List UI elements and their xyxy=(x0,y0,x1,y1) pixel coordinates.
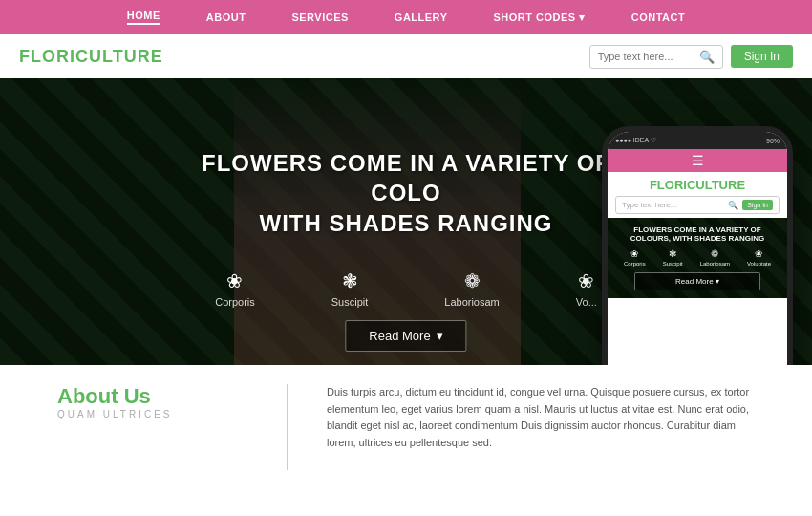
hero-icon-voluptate: ❀ Vo... xyxy=(576,269,597,308)
icon-label-4: Vo... xyxy=(576,296,597,308)
phone-icon-3: ❁ Laboriosam xyxy=(700,248,730,267)
phone-nav: ☰ xyxy=(608,149,787,172)
phone-mockup: ●●●● IDEA ♡ 96% ☰ FLORICULTURE Type text… xyxy=(602,126,793,365)
header-right: 🔍 Sign In xyxy=(589,45,793,69)
search-box: 🔍 xyxy=(589,45,723,69)
phone-icon-4: ❀ Voluptate xyxy=(747,248,771,267)
main-nav: HOME ABOUT SERVICES GALLERY SHORT CODES … xyxy=(0,0,812,34)
phone-icon-1: ❀ Corporis xyxy=(624,248,646,267)
nav-services[interactable]: SERVICES xyxy=(291,11,348,23)
icon-label-2: Suscipit xyxy=(331,296,369,308)
about-text: Duis turpis arcu, dictum eu tincidunt id… xyxy=(327,384,755,470)
nav-shortcodes[interactable]: SHORT CODES ▾ xyxy=(494,11,586,24)
hero-icon-corporis: ❀ Corporis xyxy=(215,269,255,308)
nav-contact[interactable]: CONTACT xyxy=(631,11,685,23)
phone-icons-row: ❀ Corporis ❃ Suscipit ❁ Laboriosam ❀ Vol… xyxy=(615,248,780,267)
phone-search-bar: Type text here... 🔍 Sign In xyxy=(615,196,780,214)
phone-status-left: ●●●● IDEA ♡ xyxy=(615,137,656,144)
phone-icon-2: ❃ Suscipit xyxy=(663,248,683,267)
nav-gallery[interactable]: GALLERY xyxy=(395,11,448,23)
about-divider xyxy=(287,384,288,470)
flower-icon-4: ❀ xyxy=(578,269,594,292)
phone-logo: FLORICULTURE xyxy=(608,172,787,196)
site-logo: FLORICULTURE xyxy=(19,47,163,67)
hero-icon-suscipit: ❃ Suscipit xyxy=(331,269,369,308)
about-section: About Us QUAM ULTRICES Duis turpis arcu,… xyxy=(0,365,812,489)
icon-label-3: Laboriosam xyxy=(444,296,499,308)
about-subtitle: QUAM ULTRICES xyxy=(57,409,248,419)
phone-hero-text: FLOWERS COME IN A VARIETY OF COLOURS, WI… xyxy=(615,226,780,243)
phone-search-icon[interactable]: 🔍 xyxy=(728,201,738,210)
nav-about[interactable]: ABOUT xyxy=(206,11,246,23)
phone-status-bar: ●●●● IDEA ♡ 96% xyxy=(608,132,787,149)
chevron-down-icon: ▾ xyxy=(437,329,443,343)
phone-search-placeholder: Type text here... xyxy=(622,201,724,209)
about-title: About Us xyxy=(57,384,248,409)
phone-read-more[interactable]: Read More ▾ xyxy=(634,272,760,290)
search-input[interactable] xyxy=(598,51,694,62)
hamburger-icon[interactable]: ☰ xyxy=(692,153,704,168)
phone-status-right: 96% xyxy=(766,138,780,144)
header-bar: FLORICULTURE 🔍 Sign In xyxy=(0,34,812,78)
search-icon[interactable]: 🔍 xyxy=(699,50,715,64)
icon-label-1: Corporis xyxy=(215,296,255,308)
hero-section: FLOWERS COME IN A VARIETY OF COLO WITH S… xyxy=(0,78,812,365)
flower-icon-3: ❁ xyxy=(464,269,481,292)
hero-icon-laboriosam: ❁ Laboriosam xyxy=(444,269,499,308)
hero-title: FLOWERS COME IN A VARIETY OF COLO WITH S… xyxy=(167,148,645,238)
flower-icon-2: ❃ xyxy=(342,269,358,292)
nav-home[interactable]: HOME xyxy=(127,10,160,25)
read-more-button[interactable]: Read More ▾ xyxy=(345,320,466,352)
flower-icon-1: ❀ xyxy=(226,269,243,292)
sign-in-button[interactable]: Sign In xyxy=(731,45,793,68)
phone-screen: ●●●● IDEA ♡ 96% ☰ FLORICULTURE Type text… xyxy=(608,132,787,365)
phone-hero: FLOWERS COME IN A VARIETY OF COLOURS, WI… xyxy=(608,218,787,298)
about-left: About Us QUAM ULTRICES xyxy=(57,384,248,470)
phone-sign-in[interactable]: Sign In xyxy=(742,200,773,210)
